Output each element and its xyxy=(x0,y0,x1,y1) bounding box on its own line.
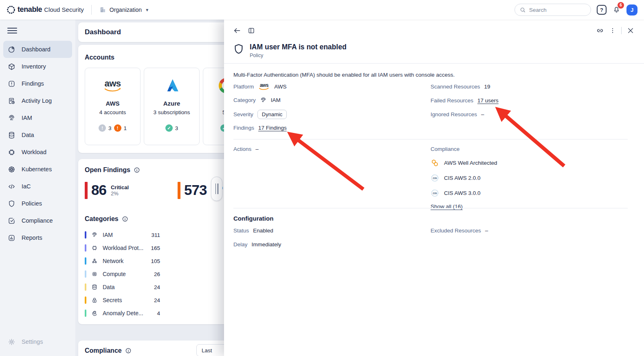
notifications-badge: 6 xyxy=(618,2,624,9)
category-bar xyxy=(85,244,86,252)
compliance-item-aws-well-architected[interactable]: AWS Well Architected xyxy=(431,159,497,167)
critical-stat[interactable]: 86 Critical 2% xyxy=(85,182,129,199)
category-row-iam[interactable]: IAM 311 xyxy=(85,228,160,241)
sidebar-item-settings[interactable]: Settings xyxy=(3,333,72,350)
sidebar-item-inventory[interactable]: Inventory xyxy=(3,58,72,75)
compliance-item-cis-aws-2[interactable]: CIS CIS AWS 2.0.0 xyxy=(431,174,497,182)
sidebar-item-iac[interactable]: IaC xyxy=(3,178,72,195)
bar-chart-icon xyxy=(8,234,15,242)
sidebar-item-label: Activity Log xyxy=(22,97,52,104)
split-view-icon[interactable] xyxy=(248,27,255,34)
search-input[interactable] xyxy=(529,7,582,13)
info-icon[interactable] xyxy=(134,167,140,173)
sidebar-item-label: Reports xyxy=(22,234,42,241)
category-row-network[interactable]: Network 105 xyxy=(85,254,160,268)
notifications-button[interactable]: 6 xyxy=(612,5,621,15)
sidebar-item-kubernetes[interactable]: Kubernetes xyxy=(3,161,72,178)
sidebar-item-label: Policies xyxy=(22,200,42,207)
link-icon[interactable] xyxy=(596,27,604,35)
cube-icon xyxy=(8,63,15,71)
chevron-down-icon: ▼ xyxy=(145,8,149,12)
svg-text:CIS: CIS xyxy=(433,192,437,195)
sidebar-item-label: Dashboard xyxy=(22,46,51,53)
category-label: Workload Prot... xyxy=(103,245,143,251)
sidebar-item-policies[interactable]: Policies xyxy=(3,195,72,212)
category-bar xyxy=(85,257,86,265)
category-label: Category xyxy=(233,97,256,103)
chip-icon xyxy=(91,245,98,251)
database-icon xyxy=(8,131,15,139)
policy-description: Multi-Factor Authentication (MFA) should… xyxy=(233,72,455,78)
sidebar-item-iam[interactable]: IAM xyxy=(3,109,72,126)
excluded-resources-label: Excluded Resources xyxy=(431,228,481,234)
high-bar xyxy=(178,182,180,199)
excluded-resources-value: – xyxy=(485,228,488,234)
pie-chart-icon xyxy=(8,46,15,53)
account-card-aws[interactable]: aws AWS 4 accounts ! 3 ! 1 xyxy=(85,68,141,145)
category-value: IAM xyxy=(271,97,281,103)
page-title: Dashboard xyxy=(85,28,121,36)
category-row-workload[interactable]: Workload Prot... 165 xyxy=(85,241,160,254)
menu-toggle-icon[interactable] xyxy=(7,26,17,35)
sidebar-item-dashboard[interactable]: Dashboard xyxy=(3,41,72,58)
failed-resources-link[interactable]: 17 users xyxy=(477,97,499,104)
help-icon[interactable]: ? xyxy=(597,5,607,15)
failed-resources-label: Failed Resources xyxy=(431,97,473,104)
category-bar xyxy=(85,296,86,304)
compliance-heading: Compliance xyxy=(85,347,122,354)
close-icon[interactable] xyxy=(627,27,634,34)
category-label: Compute xyxy=(103,271,126,277)
findings-link[interactable]: 17 Findings xyxy=(258,125,287,131)
info-icon[interactable] xyxy=(125,347,132,354)
sidebar-item-label: Workload xyxy=(22,149,46,155)
category-row-anomaly[interactable]: Anomaly Dete... 4 xyxy=(85,307,160,320)
sidebar-item-label: Compliance xyxy=(22,217,53,224)
sidebar-item-reports[interactable]: Reports xyxy=(3,229,72,246)
back-button[interactable] xyxy=(233,27,241,35)
topbar-divider xyxy=(91,5,92,15)
actions-label: Actions xyxy=(233,146,251,152)
sidebar-item-label: Data xyxy=(22,132,34,138)
category-label: Secrets xyxy=(103,297,122,303)
status-value: Enabled xyxy=(253,228,273,234)
app-root: tenable Cloud Security Organization ▼ ? xyxy=(0,0,644,356)
sidebar-item-findings[interactable]: Findings xyxy=(3,75,72,92)
compliance-item-cis-aws-3[interactable]: CIS CIS AWS 3.0.0 xyxy=(431,189,497,197)
kebab-icon[interactable] xyxy=(609,27,616,34)
sidebar-item-data[interactable]: Data xyxy=(3,126,72,144)
categories-heading: Categories xyxy=(85,215,119,223)
severity-label: Severity xyxy=(233,111,253,117)
panel-resize-handle[interactable] xyxy=(211,177,222,201)
account-card-azure[interactable]: Azure 3 subscriptions ✓ 3 xyxy=(144,68,200,145)
aws-logo-icon: aws xyxy=(104,74,122,97)
category-value: 24 xyxy=(154,297,160,303)
sidebar-item-activity-log[interactable]: Activity Log xyxy=(3,92,72,109)
organization-selector[interactable]: Organization ▼ xyxy=(99,6,149,13)
ok-count: 3 xyxy=(175,125,178,131)
divider xyxy=(233,139,628,139)
avatar[interactable]: J xyxy=(626,4,637,15)
sidebar-item-label: Findings xyxy=(22,80,44,87)
sidebar-item-workload[interactable]: Workload xyxy=(3,144,72,161)
open-findings-heading: Open Findings xyxy=(85,166,130,174)
helm-wheel-icon xyxy=(8,166,15,173)
category-row-data[interactable]: Data 24 xyxy=(85,281,160,294)
account-provider: AWS xyxy=(106,100,119,107)
cis-icon: CIS xyxy=(431,189,439,197)
sidebar-item-compliance[interactable]: Compliance xyxy=(3,212,72,229)
toolbar-divider xyxy=(621,27,622,34)
organization-icon xyxy=(99,6,106,13)
category-value: 4 xyxy=(157,310,160,316)
findings-label: Findings xyxy=(233,125,254,131)
category-row-compute[interactable]: Compute 26 xyxy=(85,268,160,281)
check-square-icon xyxy=(8,217,15,225)
tenable-logo-icon xyxy=(7,5,15,14)
fingerprint-icon xyxy=(8,114,15,122)
category-row-secrets[interactable]: Secrets 24 xyxy=(85,294,160,307)
info-icon[interactable] xyxy=(122,216,128,222)
compliance-heading: Compliance xyxy=(431,146,497,152)
policy-title: IAM user MFA is not enabled xyxy=(250,43,347,51)
show-all-link[interactable]: Show all (16) xyxy=(431,203,463,210)
shield-icon xyxy=(8,200,15,208)
search-box[interactable] xyxy=(514,4,591,16)
